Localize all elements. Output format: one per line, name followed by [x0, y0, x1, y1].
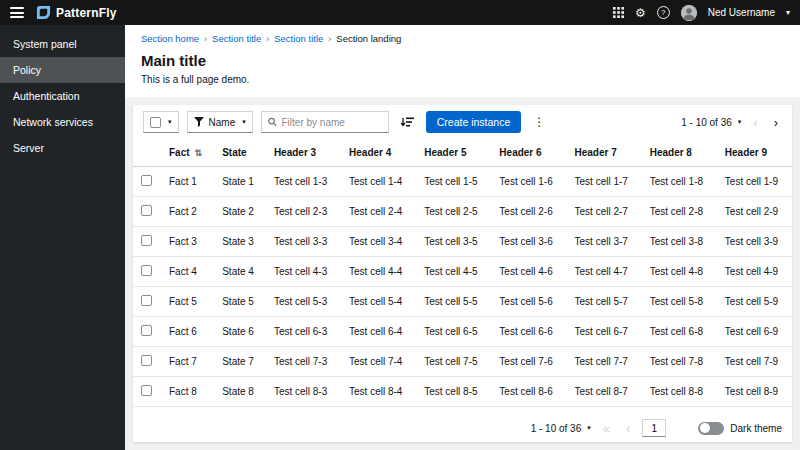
- patternfly-logo: [36, 5, 51, 20]
- footer-pagination-summary-toggle[interactable]: 1 - 10 of 36 ▾: [531, 423, 591, 434]
- table-cell: Test cell 9-7: [567, 407, 642, 415]
- table-cell: Test cell 1-8: [642, 167, 717, 197]
- sidebar-item-authentication[interactable]: Authentication: [0, 83, 125, 109]
- breadcrumb-separator-icon: ›: [204, 34, 207, 44]
- table-cell: Test cell 6-4: [341, 317, 416, 347]
- column-header: Header 6: [491, 139, 566, 167]
- table-cell: Test cell 4-6: [491, 257, 566, 287]
- breadcrumb-item[interactable]: Section title: [212, 33, 261, 44]
- pagination-caret-icon: ▾: [738, 118, 742, 126]
- table-cell: Test cell 9-9: [717, 407, 792, 415]
- table-cell: State 8: [214, 377, 266, 407]
- user-caret-icon[interactable]: ▾: [786, 8, 790, 17]
- breadcrumb: Section home›Section title›Section title…: [141, 33, 784, 44]
- table-cell: Test cell 3-7: [567, 227, 642, 257]
- row-checkbox[interactable]: [141, 205, 152, 216]
- first-page-button[interactable]: «: [599, 422, 614, 435]
- table-cell: Fact 5: [161, 287, 214, 317]
- bulk-select-toggle[interactable]: ▾: [143, 111, 179, 133]
- table-cell: Test cell 5-9: [717, 287, 792, 317]
- user-menu[interactable]: Ned Username: [708, 7, 775, 18]
- column-header: Header 4: [341, 139, 416, 167]
- page-description: This is a full page demo.: [141, 74, 784, 85]
- column-sort-icon[interactable]: ⇅: [195, 148, 203, 158]
- table-cell: Test cell 6-3: [266, 317, 341, 347]
- table-cell: Test cell 4-9: [717, 257, 792, 287]
- data-table: Fact⇅StateHeader 3Header 4Header 5Header…: [133, 139, 792, 414]
- table-cell: Fact 8: [161, 377, 214, 407]
- masthead: PatternFly ⚙ ? Ned Username ▾: [0, 0, 800, 25]
- next-page-button[interactable]: ›: [770, 116, 782, 129]
- column-header[interactable]: Fact⇅: [161, 139, 214, 167]
- table-container: Fact⇅StateHeader 3Header 4Header 5Header…: [133, 139, 792, 414]
- table-cell: Test cell 4-4: [341, 257, 416, 287]
- table-cell: State 9: [214, 407, 266, 415]
- table-cell: Test cell 7-9: [717, 347, 792, 377]
- footer-prev-page-button[interactable]: ‹: [622, 422, 634, 435]
- search-input[interactable]: [282, 117, 382, 128]
- table-cell: Test cell 9-3: [266, 407, 341, 415]
- table-cell: Test cell 1-4: [341, 167, 416, 197]
- table-cell: Test cell 5-3: [266, 287, 341, 317]
- breadcrumb-item[interactable]: Section title: [274, 33, 323, 44]
- row-checkbox[interactable]: [141, 265, 152, 276]
- table-cell: Test cell 6-6: [491, 317, 566, 347]
- table-cell: Test cell 3-4: [341, 227, 416, 257]
- main-content: Section home›Section title›Section title…: [125, 25, 800, 450]
- table-cell: Test cell 3-6: [491, 227, 566, 257]
- table-row: Fact 7State 7Test cell 7-3Test cell 7-4T…: [133, 347, 792, 377]
- toolbar: ▾ Name ▾: [133, 105, 792, 139]
- bulk-select-checkbox[interactable]: [150, 117, 161, 128]
- prev-page-button[interactable]: ‹: [749, 116, 761, 129]
- sort-button[interactable]: [397, 115, 418, 130]
- table-cell: State 2: [214, 197, 266, 227]
- sidebar-nav: System panelPolicyAuthenticationNetwork …: [0, 25, 125, 450]
- breadcrumb-separator-icon: ›: [266, 34, 269, 44]
- apps-grid-icon[interactable]: [613, 7, 624, 18]
- settings-gear-icon[interactable]: ⚙: [635, 7, 646, 19]
- help-icon[interactable]: ?: [657, 6, 670, 19]
- table-cell: Test cell 6-5: [416, 317, 491, 347]
- filter-caret-icon: ▾: [242, 118, 246, 126]
- table-cell: Test cell 3-8: [642, 227, 717, 257]
- table-cell: Test cell 2-6: [491, 197, 566, 227]
- table-row: Fact 8State 8Test cell 8-3Test cell 8-4T…: [133, 377, 792, 407]
- filter-attribute-label: Name: [209, 117, 236, 128]
- table-cell: Test cell 8-7: [567, 377, 642, 407]
- filter-attribute-toggle[interactable]: Name ▾: [187, 111, 253, 133]
- footer-pagination-caret-icon: ▾: [587, 424, 591, 432]
- column-header: Header 5: [416, 139, 491, 167]
- table-cell: Fact 3: [161, 227, 214, 257]
- table-cell: Test cell 7-3: [266, 347, 341, 377]
- table-cell: Test cell 2-3: [266, 197, 341, 227]
- dark-theme-toggle[interactable]: [698, 422, 724, 435]
- breadcrumb-item[interactable]: Section home: [141, 33, 199, 44]
- column-header: State: [214, 139, 266, 167]
- table-cell: Test cell 9-5: [416, 407, 491, 415]
- row-checkbox[interactable]: [141, 355, 152, 366]
- current-page-input[interactable]: [642, 419, 666, 437]
- row-checkbox[interactable]: [141, 175, 152, 186]
- kebab-menu-icon[interactable]: ⋮: [529, 113, 549, 131]
- row-checkbox[interactable]: [141, 295, 152, 306]
- sidebar-item-server[interactable]: Server: [0, 135, 125, 161]
- sidebar-item-policy[interactable]: Policy: [0, 57, 125, 83]
- table-cell: Test cell 8-6: [491, 377, 566, 407]
- table-cell: Test cell 5-4: [341, 287, 416, 317]
- table-cell: Test cell 9-8: [642, 407, 717, 415]
- table-header-row: Fact⇅StateHeader 3Header 4Header 5Header…: [133, 139, 792, 167]
- row-checkbox[interactable]: [141, 325, 152, 336]
- nav-toggle-icon[interactable]: [10, 7, 24, 18]
- sidebar-item-system-panel[interactable]: System panel: [0, 31, 125, 57]
- sidebar-item-network-services[interactable]: Network services: [0, 109, 125, 135]
- table-cell: Fact 6: [161, 317, 214, 347]
- table-cell: Test cell 4-3: [266, 257, 341, 287]
- row-checkbox[interactable]: [141, 235, 152, 246]
- row-checkbox[interactable]: [141, 385, 152, 396]
- create-instance-button[interactable]: Create instance: [426, 111, 522, 133]
- search-field[interactable]: [261, 111, 389, 133]
- table-cell: Test cell 2-9: [717, 197, 792, 227]
- pagination-summary-toggle[interactable]: 1 - 10 of 36 ▾: [681, 117, 741, 128]
- table-cell: State 6: [214, 317, 266, 347]
- table-cell: Fact 9: [161, 407, 214, 415]
